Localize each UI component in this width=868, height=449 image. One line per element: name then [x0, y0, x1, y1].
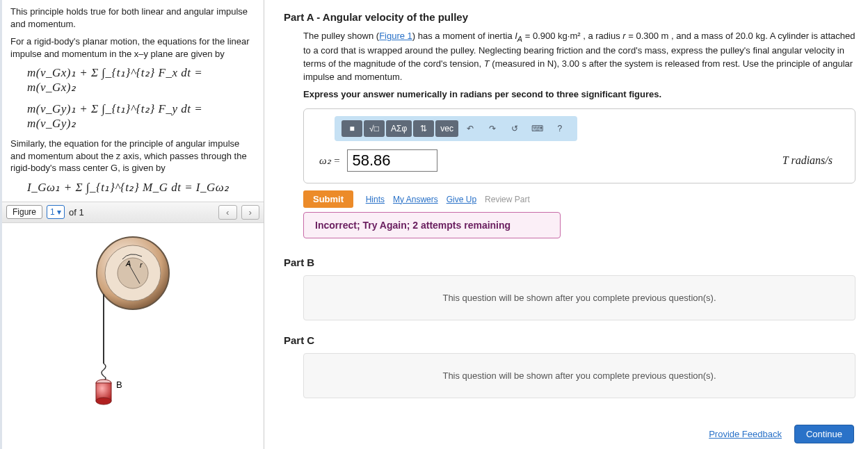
answer-label: ω₂ =	[319, 154, 340, 167]
tb-redo-icon[interactable]: ↷	[482, 120, 503, 137]
feedback-incorrect: Incorrect; Try Again; 2 attempts remaini…	[303, 212, 561, 238]
tb-greek-icon[interactable]: ΑΣφ	[386, 120, 412, 137]
footer: Provide Feedback Continue	[709, 425, 854, 443]
math-toolbar: ■ √□ ΑΣφ ⇅ vec ↶ ↷ ↺ ⌨ ?	[335, 116, 577, 141]
figure-select[interactable]: 1 ▾	[47, 205, 65, 219]
theory-p1: This principle holds true for both linea…	[10, 6, 255, 30]
tb-template-icon[interactable]: ■	[341, 120, 362, 137]
svg-point-2	[118, 258, 148, 288]
equation-3: I_Gω₁ + Σ ∫_{t₁}^{t₂} M_G dt = I_Gω₂	[27, 180, 251, 195]
svg-text:B: B	[116, 379, 122, 390]
tb-undo-icon[interactable]: ↶	[460, 120, 481, 137]
part-a-instruction: Express your answer numerically in radia…	[303, 88, 855, 101]
figure-image: r A B	[70, 231, 195, 412]
part-a-text: The pulley shown (Figure 1) has a moment…	[303, 30, 855, 84]
figure-of: of 1	[69, 207, 84, 218]
part-a-header: Part A - Angular velocity of the pulley	[284, 11, 855, 23]
theory-p2: For a rigid-body's planar motion, the eq…	[10, 35, 255, 60]
part-c-locked: This question will be shown after you co…	[303, 353, 855, 398]
part-b-header: Part B	[284, 256, 855, 268]
part-c-header: Part C	[284, 334, 855, 346]
hints-link[interactable]: Hints	[366, 195, 385, 204]
answer-input[interactable]	[347, 149, 437, 172]
provide-feedback-link[interactable]: Provide Feedback	[709, 429, 782, 439]
tb-vec-icon[interactable]: vec	[435, 120, 458, 137]
equation-2: m(v_Gy)₁ + Σ ∫_{t₁}^{t₂} F_y dt = m(v_Gy…	[27, 101, 251, 131]
tb-subsup-icon[interactable]: ⇅	[413, 120, 434, 137]
theory-p3: Similarly, the equation for the principl…	[10, 138, 255, 174]
submit-button[interactable]: Submit	[303, 190, 353, 208]
action-row: Submit Hints My Answers Give Up Review P…	[303, 190, 855, 208]
answer-box: ■ √□ ΑΣφ ⇅ vec ↶ ↷ ↺ ⌨ ? ω₂ = T radians/…	[303, 108, 855, 183]
figure-bar: Figure 1 ▾ of 1 ‹ ›	[2, 202, 264, 223]
give-up-link[interactable]: Give Up	[447, 195, 476, 204]
continue-button[interactable]: Continue	[794, 425, 854, 443]
figure-prev-button[interactable]: ‹	[218, 205, 236, 220]
tb-keyboard-icon[interactable]: ⌨	[527, 120, 548, 137]
svg-point-9	[96, 398, 111, 405]
left-panel: This principle holds true for both linea…	[0, 0, 264, 449]
right-panel: Part A - Angular velocity of the pulley …	[264, 0, 868, 449]
figure-link[interactable]: Figure 1	[379, 31, 412, 41]
figure-label: Figure	[6, 205, 42, 219]
svg-text:A: A	[125, 259, 131, 268]
my-answers-link[interactable]: My Answers	[393, 195, 438, 204]
tb-help-icon[interactable]: ?	[549, 120, 570, 137]
review-part-link: Review Part	[485, 195, 530, 204]
equation-1: m(v_Gx)₁ + Σ ∫_{t₁}^{t₂} F_x dt = m(v_Gx…	[27, 65, 251, 95]
answer-unit: T radians/s	[782, 154, 845, 167]
tb-reset-icon[interactable]: ↺	[504, 120, 525, 137]
part-b-locked: This question will be shown after you co…	[303, 275, 855, 320]
tb-sqrt-icon[interactable]: √□	[364, 120, 385, 137]
figure-next-button[interactable]: ›	[241, 205, 259, 220]
